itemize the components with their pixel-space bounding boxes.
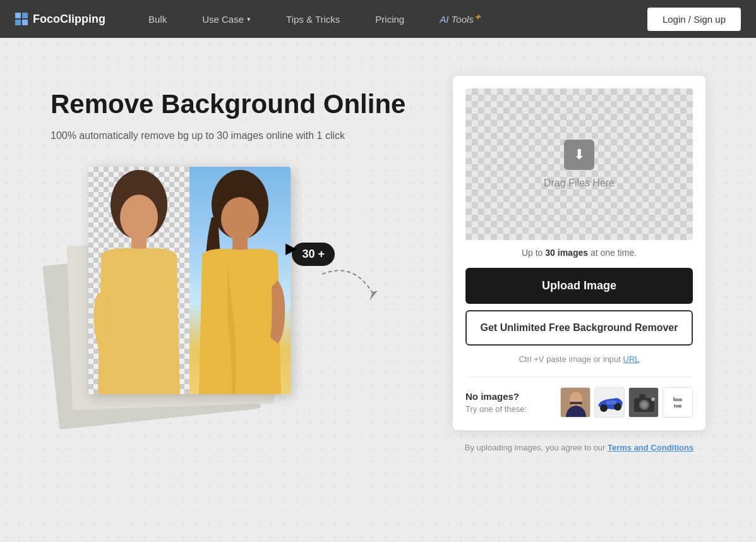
no-images-section: No images? Try one of these: (465, 387, 693, 418)
svg-text:bon: bon (673, 396, 682, 402)
paste-hint: Ctrl +V paste image or input URL (465, 354, 693, 364)
svg-point-11 (600, 404, 608, 412)
nav-use-case[interactable]: Use Case ▾ (184, 0, 268, 38)
person-photo-svg (189, 167, 291, 394)
sample-thumb-4[interactable]: bon ton (663, 387, 693, 418)
badge-30-plus: 30 + (292, 243, 335, 266)
sample-thumb-2[interactable] (594, 387, 625, 418)
navbar: FocoClipping Bulk Use Case ▾ Tips & Tric… (0, 0, 756, 38)
chevron-down-icon: ▾ (247, 15, 251, 23)
svg-text:ton: ton (674, 402, 681, 409)
sample-thumb-1[interactable] (560, 387, 591, 418)
svg-point-17 (641, 402, 647, 408)
svg-rect-5 (232, 238, 248, 250)
svg-rect-2 (131, 238, 147, 250)
cursor-icon: ▶ (285, 239, 297, 257)
arc-arrow-svg (316, 268, 379, 318)
demo-images: 30 + ▶ (51, 167, 404, 419)
hero-left: Remove Background Online 100% automatica… (51, 76, 415, 419)
no-images-subtitle: Try one of these: (465, 404, 527, 414)
svg-rect-9 (570, 402, 582, 404)
download-icon: ⬇ (564, 140, 594, 170)
url-link[interactable]: URL (623, 354, 640, 364)
nav-bulk[interactable]: Bulk (131, 0, 184, 38)
logo-icon (15, 13, 28, 25)
terms-text: By uploading images, you agree to our Te… (453, 443, 705, 452)
demo-right-photo (189, 167, 291, 394)
svg-point-8 (570, 392, 582, 407)
person-cutout-svg (88, 167, 189, 394)
demo-left-transparent (88, 167, 189, 394)
no-images-title: No images? (465, 391, 527, 402)
sample-thumbs: bon ton (560, 387, 693, 418)
nav-tips-tricks[interactable]: Tips & Tricks (268, 0, 357, 38)
upload-panel: ⬇ Drag Files Here Up to 30 images at one… (453, 76, 705, 430)
hero-section: Remove Background Online 100% automatica… (0, 38, 756, 542)
terms-link[interactable]: Terms and Conditions (608, 443, 693, 452)
svg-rect-18 (639, 394, 645, 399)
nav-links: Bulk Use Case ▾ Tips & Tricks Pricing AI… (131, 0, 647, 38)
upload-button[interactable]: Upload Image (465, 268, 693, 304)
logo-text: FocoClipping (33, 13, 105, 26)
upload-limit: Up to 30 images at one time. (465, 248, 693, 258)
demo-main-image (88, 167, 291, 394)
hero-right: ⬇ Drag Files Here Up to 30 images at one… (453, 76, 705, 452)
hero-title: Remove Background Online (51, 88, 415, 120)
svg-marker-6 (369, 291, 378, 301)
svg-point-1 (120, 195, 158, 240)
unlimited-button[interactable]: Get Unlimited Free Background Remover (465, 310, 693, 346)
nav-ai-tools[interactable]: AI AI ToolsTools⁺ (422, 0, 498, 38)
nav-pricing[interactable]: Pricing (357, 0, 422, 38)
logo[interactable]: FocoClipping (15, 13, 105, 26)
dropzone[interactable]: ⬇ Drag Files Here (465, 88, 693, 240)
login-button[interactable]: Login / Sign up (647, 8, 741, 31)
svg-point-4 (221, 197, 259, 240)
sample-thumb-3[interactable] (628, 387, 659, 418)
svg-point-19 (651, 397, 655, 401)
hero-subtitle: 100% automatically remove bg up to 30 im… (51, 130, 415, 142)
svg-rect-13 (606, 400, 616, 404)
divider (465, 376, 693, 377)
no-images-text: No images? Try one of these: (465, 391, 527, 414)
drag-text: Drag Files Here (544, 178, 615, 189)
